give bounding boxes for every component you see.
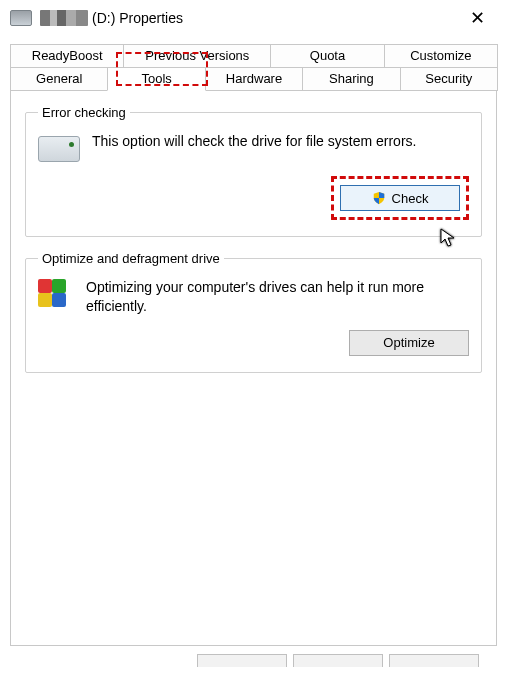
optimize-button-label: Optimize	[383, 335, 434, 350]
tab-strip: ReadyBoost Previous Versions Quota Custo…	[10, 44, 497, 91]
group-error-checking: Error checking This option will check th…	[25, 105, 482, 237]
annotation-check-highlight: Check	[331, 176, 469, 220]
uac-shield-icon	[372, 191, 386, 205]
optimize-button[interactable]: Optimize	[349, 330, 469, 356]
tab-quota[interactable]: Quota	[270, 44, 384, 68]
close-button[interactable]: ✕	[457, 0, 497, 36]
hard-drive-icon	[38, 136, 80, 162]
error-checking-description: This option will check the drive for fil…	[92, 132, 416, 151]
properties-window: (D:) Properties ✕ ReadyBoost Previous Ve…	[0, 0, 507, 678]
drive-icon	[10, 10, 32, 26]
tab-readyboost[interactable]: ReadyBoost	[10, 44, 124, 68]
cancel-button-partial[interactable]	[293, 654, 383, 667]
defragment-description: Optimizing your computer's drives can he…	[86, 278, 469, 316]
ok-button-partial[interactable]	[197, 654, 287, 667]
drive-label-obscured	[40, 10, 88, 26]
defragment-icon	[38, 279, 74, 315]
titlebar: (D:) Properties ✕	[0, 0, 507, 36]
tab-general[interactable]: General	[10, 68, 108, 91]
tab-customize[interactable]: Customize	[384, 44, 498, 68]
tab-sharing[interactable]: Sharing	[302, 68, 400, 91]
dialog-button-row-partial	[0, 654, 507, 678]
tab-previous-versions[interactable]: Previous Versions	[123, 44, 271, 68]
tab-security[interactable]: Security	[400, 68, 498, 91]
window-title: (D:) Properties	[92, 10, 183, 26]
tab-panel-tools: Error checking This option will check th…	[10, 91, 497, 646]
check-button-label: Check	[392, 191, 429, 206]
group-defragment: Optimize and defragment drive Optimizing…	[25, 251, 482, 373]
tab-hardware[interactable]: Hardware	[205, 68, 303, 91]
group-defragment-legend: Optimize and defragment drive	[38, 251, 224, 266]
group-error-checking-legend: Error checking	[38, 105, 130, 120]
apply-button-partial[interactable]	[389, 654, 479, 667]
tab-tools[interactable]: Tools	[107, 68, 205, 91]
check-button[interactable]: Check	[340, 185, 460, 211]
close-icon: ✕	[470, 7, 485, 29]
